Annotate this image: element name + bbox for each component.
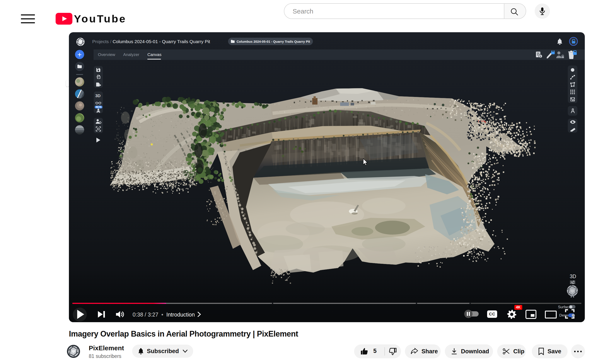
svg-text:YouTube: YouTube xyxy=(74,13,126,25)
